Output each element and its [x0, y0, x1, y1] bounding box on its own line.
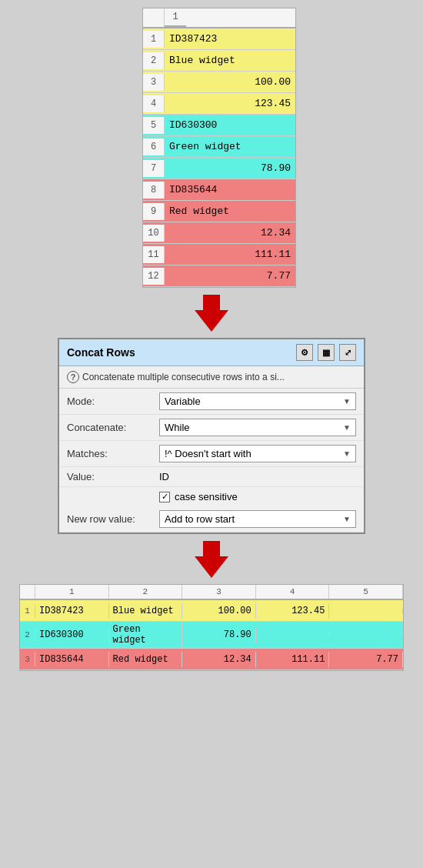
bt-cell: 78.90	[182, 627, 256, 643]
matches-value: !^ Doesn't start with	[165, 448, 251, 459]
cell-value: 100.00	[165, 73, 295, 91]
value-input[interactable]: ID	[159, 471, 356, 482]
table-row: 2 ID630300 Green widget 78.90	[20, 622, 403, 649]
top-table-col-header: 1	[165, 8, 186, 27]
cell-value: Red widget	[165, 202, 295, 220]
bt-col-1: 1	[35, 585, 109, 599]
top-table: 1 1 ID387423 2 Blue widget 3 100.00 4 12…	[142, 8, 296, 288]
concatenate-label: Concatenate:	[67, 422, 159, 433]
concatenate-value: While	[165, 422, 190, 433]
table-row: 6 Green widget	[143, 136, 295, 158]
row-number: 4	[143, 95, 165, 112]
mode-value: Variable	[165, 396, 201, 407]
bt-cell: Green widget	[109, 622, 183, 648]
row-number: 2	[143, 52, 165, 69]
bt-col-2: 2	[109, 585, 183, 599]
new-row-dropdown-arrow: ▼	[343, 515, 351, 523]
table-row: 7 78.90	[143, 158, 295, 179]
concatenate-select[interactable]: While ▼	[159, 419, 356, 436]
bottom-table: 1 2 3 4 5 1 ID387423 Blue widget 100.00 …	[19, 584, 404, 671]
bt-col-4: 4	[256, 585, 330, 599]
row-number: 7	[143, 160, 165, 177]
table-icon[interactable]: ▦	[318, 344, 335, 361]
new-row-field: New row value: Add to row start ▼	[59, 506, 364, 532]
concatenate-field: Concatenate: While ▼	[59, 415, 364, 441]
value-label: Value:	[67, 471, 159, 482]
matches-label: Matches:	[67, 448, 159, 459]
row-number: 6	[143, 139, 165, 155]
cell-value: 12.34	[165, 224, 295, 242]
cell-value: 7.77	[165, 267, 295, 285]
table-row: 12 7.77	[143, 265, 295, 287]
help-icon: ?	[67, 371, 79, 383]
bt-cell: ID387423	[35, 603, 109, 619]
arrow-head	[195, 310, 228, 332]
row-number: 3	[143, 74, 165, 91]
new-row-select[interactable]: Add to row start ▼	[159, 510, 356, 528]
table-row: 1 ID387423	[143, 28, 295, 50]
row-number: 9	[143, 203, 165, 220]
row-number: 8	[143, 182, 165, 199]
row-number: 10	[143, 225, 165, 242]
bt-cell: 12.34	[182, 652, 256, 667]
row-number: 5	[143, 117, 165, 134]
arrow-shaft	[203, 541, 220, 556]
concat-rows-dialog: Concat Rows ⚙ ▦ ⤢ ? Concatenate multiple…	[58, 338, 365, 534]
gear-icon[interactable]: ⚙	[296, 344, 313, 361]
bt-col-5: 5	[329, 585, 403, 599]
top-table-corner	[143, 8, 165, 27]
row-number: 1	[143, 31, 165, 48]
bt-cell: 111.11	[256, 652, 330, 667]
cell-value: ID835644	[165, 181, 295, 199]
cell-value: 123.45	[165, 95, 295, 112]
bt-cell	[329, 633, 403, 637]
cell-value: 78.90	[165, 159, 295, 177]
bt-cell: Blue widget	[109, 603, 183, 619]
dialog-title-icons: ⚙ ▦ ⤢	[296, 344, 356, 361]
bt-cell: ID630300	[35, 627, 109, 643]
table-row: 1 ID387423 Blue widget 100.00 123.45	[20, 600, 403, 622]
bt-cell	[256, 633, 330, 637]
row-number: 11	[143, 246, 165, 263]
bt-cell: ID835644	[35, 652, 109, 667]
dialog-title-bar: Concat Rows ⚙ ▦ ⤢	[59, 339, 364, 366]
case-sensitive-checkbox[interactable]: ✓	[159, 492, 170, 502]
bt-cell: 100.00	[182, 603, 256, 619]
cell-value: Blue widget	[165, 52, 295, 69]
row-number: 12	[143, 268, 165, 285]
bt-cell	[329, 609, 403, 613]
mode-select[interactable]: Variable ▼	[159, 392, 356, 410]
bottom-table-header: 1 2 3 4 5	[20, 585, 403, 600]
bt-col-3: 3	[182, 585, 256, 599]
bt-row-num: 2	[20, 628, 35, 642]
table-row: 2 Blue widget	[143, 50, 295, 72]
bt-row-num: 3	[20, 653, 35, 666]
case-sensitive-label: case sensitive	[175, 491, 238, 502]
bt-row-num: 1	[20, 604, 35, 618]
cell-value: Green widget	[165, 138, 295, 155]
table-row: 3 100.00	[143, 72, 295, 93]
cell-value: 111.11	[165, 245, 295, 263]
dialog-description: ? Concatenate multiple consecutive rows …	[59, 366, 364, 389]
matches-field: Matches: !^ Doesn't start with ▼	[59, 441, 364, 467]
value-field: Value: ID	[59, 467, 364, 487]
description-text: Concatenate multiple consecutive rows in…	[82, 372, 285, 382]
matches-select[interactable]: !^ Doesn't start with ▼	[159, 445, 356, 462]
bt-cell: Red widget	[109, 652, 183, 667]
new-row-label: New row value:	[67, 513, 159, 525]
bt-corner	[20, 585, 35, 599]
table-row: 9 Red widget	[143, 201, 295, 222]
table-row: 11 111.11	[143, 244, 295, 265]
arrow-shaft	[203, 295, 220, 310]
matches-dropdown-arrow: ▼	[343, 449, 351, 458]
cell-value: ID630300	[165, 116, 295, 134]
arrow-down-1	[195, 288, 228, 338]
table-row: 3 ID835644 Red widget 12.34 111.11 7.77	[20, 649, 403, 670]
cell-value: ID387423	[165, 30, 295, 48]
arrow-head	[195, 556, 228, 578]
table-row: 4 123.45	[143, 93, 295, 115]
bt-cell: 7.77	[329, 652, 403, 667]
bt-cell: 123.45	[256, 603, 330, 619]
new-row-value: Add to row start	[165, 513, 235, 525]
expand-icon[interactable]: ⤢	[339, 344, 356, 361]
